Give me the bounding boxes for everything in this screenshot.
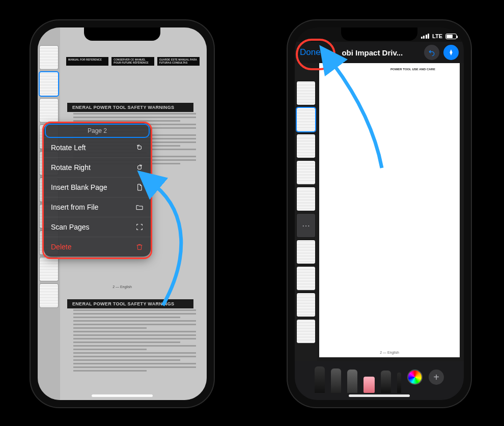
menu-item-label: Insert from File [51,203,98,211]
menu-item-label: Scan Pages [51,223,90,231]
page-thumbnail[interactable] [297,161,315,184]
scan-icon [135,223,144,231]
tool-marker[interactable] [331,368,341,393]
page-thumbnail[interactable] [297,320,315,343]
battery-icon [445,34,457,39]
page-thumbnail[interactable] [297,293,315,317]
page-thumbnail[interactable] [40,258,58,281]
menu-item-label: Insert Blank Page [51,183,107,191]
tool-pencil[interactable] [347,370,357,393]
signal-icon [421,34,430,39]
add-shape-button[interactable]: + [429,370,444,385]
menu-item-insert-blank[interactable]: Insert Blank Page [44,178,151,197]
page-thumbnail[interactable] [297,81,315,105]
blank-page-icon [135,183,144,191]
tool-ruler[interactable] [397,373,401,393]
menu-item-rotate-right[interactable]: Rotate Right [44,158,151,178]
page-thumbnail[interactable] [297,187,315,211]
doc-box: CONSERVER CE MANUEL POUR FUTURE RÉFÉRENC… [111,57,154,66]
menu-item-rotate-left[interactable]: Rotate Left [44,138,151,158]
notch [341,27,417,41]
page-thumbnail[interactable] [40,99,58,122]
menu-item-label: Rotate Right [51,163,91,172]
phone-mockup-right: LTE Done obi Impact Driv... ⋯ [288,20,471,407]
notch [84,27,160,41]
doc-box: MANUAL FOR REFERENCE [66,57,108,66]
svg-rect-0 [138,146,142,150]
home-indicator[interactable] [349,394,410,397]
tool-pen[interactable] [315,366,325,393]
menu-item-scan-pages[interactable]: Scan Pages [44,217,151,237]
page-thumbnail[interactable] [40,46,58,69]
trash-icon [135,243,144,251]
context-menu-header: Page 2 [44,123,151,138]
page-thumbnail-selected[interactable] [297,108,315,131]
doc-box: GUARDE ESTE MANUAL PARA FUTURAS CONSULTA… [157,57,200,66]
svg-rect-1 [138,166,142,169]
markup-toggle-button[interactable] [443,45,459,60]
document-page[interactable]: POWER TOOL USE AND CARE 2 — English [319,63,460,357]
page-thumbnail[interactable] [40,284,58,307]
tool-eraser[interactable] [363,377,375,393]
page-thumbnail[interactable] [297,267,315,290]
tool-lasso[interactable] [381,371,391,393]
phone-screen-right: LTE Done obi Impact Driv... ⋯ [295,27,464,400]
folder-icon [135,203,144,211]
doc-section-heading: POWER TOOL USE AND CARE [390,67,456,71]
doc-page-footer: 2 — English [38,285,207,289]
phone-screen-left: MANUAL FOR REFERENCE CONSERVER CE MANUEL… [38,27,207,400]
undo-button[interactable] [424,45,439,60]
navigation-bar: Done obi Impact Driv... [295,42,464,63]
rotate-left-icon [135,144,144,152]
menu-item-label: Rotate Left [51,144,86,152]
document-title: obi Impact Driv... [325,48,420,57]
rotate-right-icon [135,163,144,172]
pen-tip-icon [447,48,455,56]
color-picker-button[interactable] [407,370,423,385]
phone-mockup-left: MANUAL FOR REFERENCE CONSERVER CE MANUEL… [31,20,214,407]
doc-page-footer: 2 — English [319,351,460,354]
undo-icon [428,48,436,56]
menu-item-delete[interactable]: Delete [44,237,151,257]
page-thumbnail-selected[interactable] [40,72,58,96]
menu-item-insert-from-file[interactable]: Insert from File [44,197,151,217]
network-label: LTE [432,33,442,39]
add-page-thumbnail-button[interactable]: ⋯ [297,214,315,237]
done-button[interactable]: Done [300,47,321,58]
menu-item-label: Delete [51,243,71,251]
home-indicator[interactable] [92,394,153,397]
document-body: ⋯ POWER TOOL USE AND CARE [295,63,464,361]
page-thumbnail[interactable] [297,240,315,264]
page-thumbnail-strip[interactable]: ⋯ [295,63,317,361]
page-thumbnail[interactable] [297,134,315,158]
page-context-menu: Page 2 Rotate Left Rotate Right Insert B… [44,123,151,257]
